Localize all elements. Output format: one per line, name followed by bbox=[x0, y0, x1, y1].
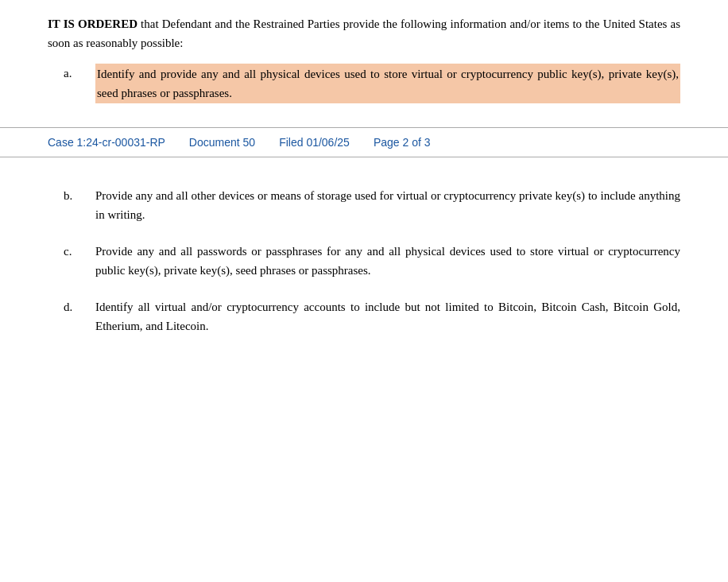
list-content-b: Provide any and all other devices or mea… bbox=[95, 186, 680, 224]
list-label-b: b. bbox=[48, 186, 95, 224]
case-link[interactable]: Case 1:24-cr-00031-RP bbox=[48, 136, 165, 149]
list-content-a: Identify and provide any and all physica… bbox=[95, 64, 680, 103]
footer-bar: Case 1:24-cr-00031-RP Document 50 Filed … bbox=[0, 127, 728, 157]
list-label-d: d. bbox=[48, 297, 95, 336]
bottom-section: b. Provide any and all other devices or … bbox=[0, 157, 728, 582]
document-link[interactable]: Document 50 bbox=[189, 136, 255, 149]
list-item-a: a. Identify and provide any and all phys… bbox=[48, 64, 680, 103]
spacer-top bbox=[48, 172, 680, 186]
top-section: IT IS ORDERED that Defendant and the Res… bbox=[0, 0, 728, 127]
footer-links: Case 1:24-cr-00031-RP Document 50 Filed … bbox=[48, 136, 680, 149]
list-item-d: d. Identify all virtual and/or cryptocur… bbox=[48, 297, 680, 336]
list-content-c: Provide any and all passwords or passphr… bbox=[95, 242, 680, 280]
ordered-text: that Defendant and the Restrained Partie… bbox=[48, 17, 680, 49]
filed-link[interactable]: Filed 01/06/25 bbox=[279, 136, 350, 149]
spacer-cd bbox=[48, 289, 680, 297]
page-link[interactable]: Page 2 of 3 bbox=[374, 136, 431, 149]
list-content-d: Identify all virtual and/or cryptocurren… bbox=[95, 297, 680, 336]
spacer-bc bbox=[48, 234, 680, 242]
ordered-paragraph: IT IS ORDERED that Defendant and the Res… bbox=[48, 14, 680, 52]
list-item-b: b. Provide any and all other devices or … bbox=[48, 186, 680, 224]
list-item-c: c. Provide any and all passwords or pass… bbox=[48, 242, 680, 280]
list-label-c: c. bbox=[48, 242, 95, 280]
list-label-a: a. bbox=[48, 64, 95, 103]
ordered-bold: IT IS ORDERED bbox=[48, 17, 137, 30]
page-container: IT IS ORDERED that Defendant and the Res… bbox=[0, 0, 728, 582]
